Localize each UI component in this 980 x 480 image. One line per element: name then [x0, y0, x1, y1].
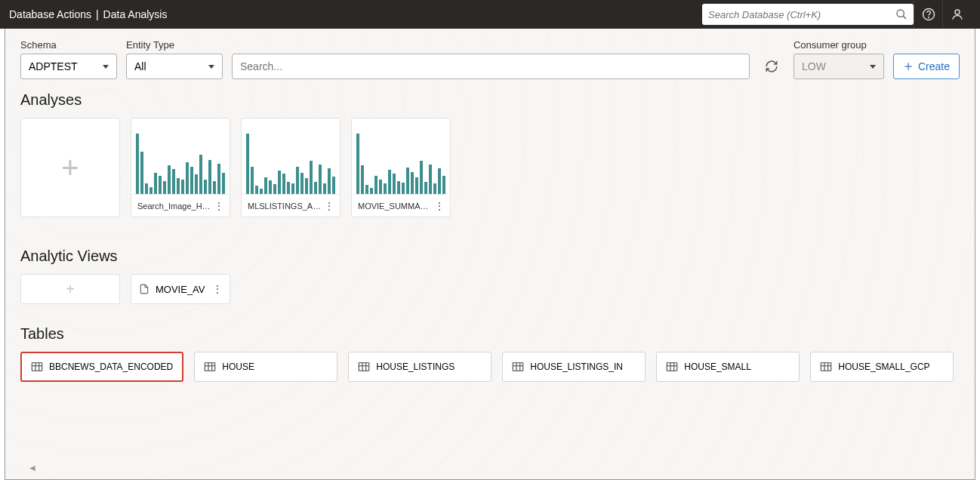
- refresh-button[interactable]: [759, 54, 784, 79]
- table-icon: [666, 362, 678, 372]
- table-card[interactable]: HOUSE: [194, 352, 337, 382]
- document-icon: [139, 284, 149, 294]
- table-icon: [358, 362, 370, 372]
- schema-select[interactable]: ADPTEST: [20, 54, 117, 79]
- analysis-card[interactable]: Search_Image_Hug... ⋮: [131, 118, 230, 217]
- search-icon[interactable]: [895, 8, 908, 20]
- global-search[interactable]: [702, 4, 914, 25]
- analytic-views-heading: Analytic Views: [20, 248, 960, 265]
- analysis-name: Search_Image_Hug...: [137, 202, 213, 211]
- svg-rect-15: [359, 363, 369, 371]
- chevron-down-icon: [208, 65, 214, 69]
- analytic-view-name: MOVIE_AV: [156, 284, 205, 295]
- svg-rect-27: [821, 363, 831, 371]
- svg-point-3: [928, 17, 929, 18]
- analyses-row: + Search_Image_Hug... ⋮ MLSLISTINGS_ANA.…: [20, 118, 960, 217]
- chevron-down-icon: [103, 65, 109, 69]
- svg-rect-23: [667, 363, 677, 371]
- new-analytic-view-card[interactable]: +: [20, 274, 120, 304]
- table-name: HOUSE_SMALL: [684, 362, 751, 372]
- table-name: BBCNEWS_DATA_ENCODED: [49, 362, 173, 372]
- breadcrumb-page[interactable]: Data Analysis: [103, 8, 168, 20]
- analyses-heading: Analyses: [20, 91, 960, 109]
- table-icon: [204, 362, 216, 372]
- tables-heading: Tables: [20, 325, 960, 343]
- schema-label: Schema: [20, 39, 117, 51]
- svg-rect-19: [513, 363, 523, 371]
- analysis-card[interactable]: MOVIE_SUMMARY... ⋮: [351, 118, 451, 217]
- analysis-card[interactable]: MLSLISTINGS_ANA... ⋮: [241, 118, 341, 217]
- analytic-views-row: + MOVIE_AV ⋮: [20, 274, 960, 304]
- table-name: HOUSE: [222, 362, 254, 372]
- chart-thumbnail: [131, 118, 230, 194]
- tables-row: BBCNEWS_DATA_ENCODEDHOUSEHOUSE_LISTINGSH…: [20, 352, 960, 382]
- main-content: Schema ADPTEST Entity Type All Consumer …: [5, 29, 975, 480]
- filters-row: Schema ADPTEST Entity Type All Consumer …: [20, 39, 960, 79]
- more-icon[interactable]: ⋮: [214, 200, 223, 212]
- table-icon: [820, 362, 832, 372]
- entity-type-label: Entity Type: [126, 39, 223, 51]
- chart-thumbnail: [352, 118, 450, 194]
- table-icon: [512, 362, 524, 372]
- svg-rect-11: [205, 363, 215, 371]
- new-analysis-card[interactable]: +: [20, 118, 120, 217]
- svg-point-0: [897, 10, 904, 17]
- scroll-left-arrow[interactable]: ◄: [28, 463, 37, 473]
- plus-icon: +: [61, 152, 79, 183]
- more-icon[interactable]: ⋮: [212, 283, 222, 295]
- table-name: HOUSE_LISTINGS: [376, 362, 455, 372]
- svg-line-1: [903, 16, 906, 19]
- table-name: HOUSE_LISTINGS_IN: [530, 362, 623, 372]
- entity-type-select[interactable]: All: [126, 54, 223, 79]
- plus-icon: [903, 61, 914, 72]
- table-card[interactable]: BBCNEWS_DATA_ENCODED: [20, 352, 183, 382]
- svg-rect-7: [32, 363, 42, 371]
- table-icon: [31, 362, 43, 372]
- breadcrumb-app[interactable]: Database Actions: [9, 8, 91, 20]
- breadcrumb: Database Actions | Data Analysis: [9, 8, 167, 20]
- content-search-input[interactable]: [240, 60, 741, 72]
- analysis-name: MOVIE_SUMMARY...: [358, 202, 433, 211]
- table-card[interactable]: HOUSE_LISTINGS: [348, 352, 492, 382]
- chevron-down-icon: [870, 65, 876, 69]
- help-button[interactable]: [914, 0, 942, 29]
- table-card[interactable]: HOUSE_SMALL: [656, 352, 800, 382]
- global-search-input[interactable]: [708, 9, 895, 20]
- analysis-name: MLSLISTINGS_ANA...: [248, 202, 323, 211]
- more-icon[interactable]: ⋮: [434, 200, 444, 212]
- top-bar: Database Actions | Data Analysis: [0, 0, 980, 29]
- chart-thumbnail: [242, 118, 340, 194]
- table-name: HOUSE_SMALL_GCP: [838, 362, 929, 372]
- more-icon[interactable]: ⋮: [324, 200, 334, 212]
- analytic-view-card[interactable]: MOVIE_AV ⋮: [131, 274, 230, 304]
- user-button[interactable]: [942, 0, 971, 29]
- svg-point-4: [955, 10, 960, 14]
- content-search[interactable]: [232, 54, 750, 79]
- table-card[interactable]: HOUSE_SMALL_GCP: [810, 352, 954, 382]
- plus-icon: +: [66, 281, 75, 298]
- table-card[interactable]: HOUSE_LISTINGS_IN: [502, 352, 646, 382]
- consumer-group-label: Consumer group: [794, 39, 884, 51]
- create-button[interactable]: Create: [893, 54, 960, 79]
- consumer-group-select[interactable]: LOW: [794, 54, 884, 79]
